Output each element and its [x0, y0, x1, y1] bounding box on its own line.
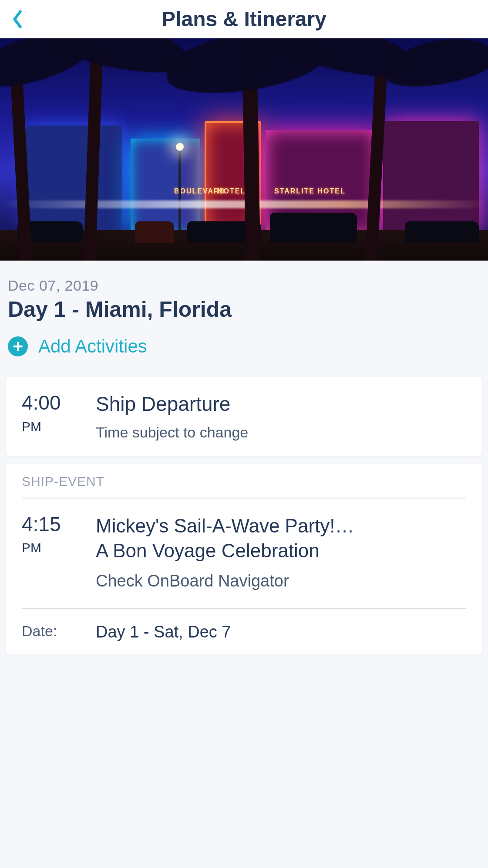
- divider: [22, 608, 466, 609]
- event-subtitle: Time subject to change: [96, 424, 466, 441]
- event-card[interactable]: 4:00 PM Ship Departure Time subject to c…: [6, 377, 482, 456]
- add-activities-label: Add Activities: [38, 336, 147, 357]
- app-header: Plans & Itinerary: [0, 0, 488, 38]
- event-meta-value: Day 1 - Sat, Dec 7: [96, 623, 231, 641]
- event-ampm: PM: [22, 540, 78, 555]
- hero-sign: STARLITE HOTEL: [274, 187, 346, 195]
- event-meta-row: Date: Day 1 - Sat, Dec 7: [22, 623, 466, 641]
- chevron-left-icon: [12, 10, 23, 29]
- add-activities-button[interactable]: Add Activities: [8, 336, 480, 357]
- event-section-label: SHIP-EVENT: [22, 474, 466, 498]
- event-meta-label: Date:: [22, 623, 78, 641]
- day-header: Dec 07, 2019 Day 1 - Miami, Florida Add …: [0, 261, 488, 367]
- event-card[interactable]: SHIP-EVENT 4:15 PM Mickey's Sail-A-Wave …: [6, 464, 482, 654]
- event-ampm: PM: [22, 419, 78, 434]
- plus-icon: [8, 336, 28, 356]
- day-date: Dec 07, 2019: [8, 277, 480, 294]
- event-time: 4:00: [22, 392, 78, 414]
- page-title: Plans & Itinerary: [162, 7, 326, 31]
- event-location: Check OnBoard Navigator: [96, 572, 466, 590]
- event-title: Mickey's Sail-A-Wave Party!… A Bon Voyag…: [96, 513, 466, 563]
- hero-sign: HOTEL: [218, 187, 246, 195]
- event-title: Ship Departure: [96, 392, 466, 417]
- day-title: Day 1 - Miami, Florida: [8, 297, 480, 322]
- back-button[interactable]: [8, 10, 27, 29]
- event-time: 4:15: [22, 513, 78, 536]
- hero-image: BOULEVARD HOTEL STARLITE HOTEL: [0, 38, 488, 261]
